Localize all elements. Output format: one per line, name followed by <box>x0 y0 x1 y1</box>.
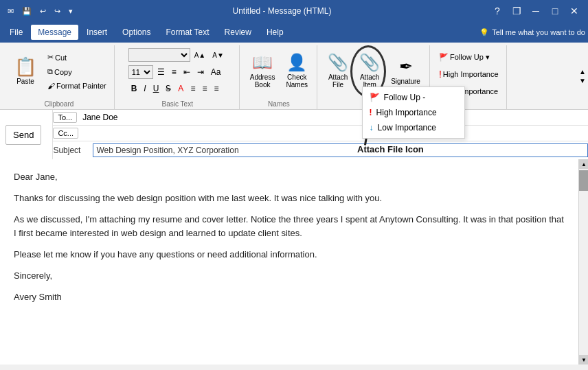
minimize-btn[interactable]: ─ <box>528 3 544 19</box>
follow-up-label: Follow Up ▾ <box>450 53 490 62</box>
scroll-up-btn[interactable]: ▲ <box>579 159 588 169</box>
to-input[interactable] <box>81 112 588 123</box>
send-button[interactable]: Send <box>5 125 41 145</box>
font-size-decrease[interactable]: A▼ <box>210 50 227 60</box>
dropdown-low-icon: ↓ <box>370 123 374 132</box>
indent-increase-btn[interactable]: ⇥ <box>194 66 207 78</box>
tags-group: 🚩 Follow Up ▾ ! High Importance ↓ Low Im… <box>431 45 507 109</box>
paste-button[interactable]: 📋 Paste <box>8 48 43 93</box>
basic-text-group: A▲ A▼ 11 ☰ ≡ ⇤ ⇥ Aa B I U S̶ A ≡ ≡ <box>116 45 240 109</box>
menu-format-text[interactable]: Format Text <box>159 25 216 40</box>
indent-decrease-btn[interactable]: ⇤ <box>181 66 193 78</box>
cut-button[interactable]: ✂ Cut <box>44 51 110 64</box>
menu-insert[interactable]: Insert <box>80 25 114 40</box>
dropdown-follow-up[interactable]: 🚩 Follow Up - <box>363 90 464 105</box>
ribbon-scroll: ▲ ▼ <box>577 43 588 109</box>
high-importance-label: High Importance <box>443 70 499 78</box>
tags-dropdown: 🚩 Follow Up - ! High Importance ↓ Low Im… <box>362 86 465 139</box>
help-btn[interactable]: ? <box>489 3 506 19</box>
font-size-select[interactable]: 11 <box>128 65 153 79</box>
address-book-button[interactable]: 📖 Address Book <box>245 48 280 93</box>
send-column: Send <box>0 110 53 159</box>
format-painter-icon: 🖌 <box>47 82 55 90</box>
follow-up-button[interactable]: 🚩 Follow Up ▾ <box>436 51 493 64</box>
window-title: Untitled - Message (HTML) <box>75 6 489 16</box>
check-names-button[interactable]: 👤 Check Names <box>281 48 313 93</box>
subject-input[interactable] <box>93 143 588 157</box>
dropdown-high-importance[interactable]: ! High Importance <box>363 105 464 120</box>
font-color-btn[interactable]: A <box>175 82 186 95</box>
message-body[interactable]: Dear Jane, Thanks for discussing the web… <box>0 159 578 365</box>
clipboard-small-btns: ✂ Cut ⧉ Copy 🖌 Format Painter <box>44 48 110 92</box>
body-line-1: Dear Jane, <box>14 170 565 185</box>
menu-review[interactable]: Review <box>218 25 258 40</box>
italic-button[interactable]: I <box>141 82 148 95</box>
flag-icon: 🚩 <box>439 53 449 62</box>
maximize-btn[interactable]: □ <box>547 3 563 19</box>
basic-text-label: Basic Text <box>120 98 235 109</box>
copy-button[interactable]: ⧉ Copy <box>44 65 110 78</box>
title-bar: ✉ 💾 ↩ ↪ ▾ Untitled - Message (HTML) ? ❐ … <box>0 0 588 22</box>
scroll-thumb[interactable] <box>579 170 588 191</box>
strikethrough-btn[interactable]: S̶ <box>163 82 174 95</box>
search-text[interactable]: Tell me what you want to do <box>492 28 585 36</box>
underline-button[interactable]: U <box>150 82 162 95</box>
attach-file-button[interactable]: 📎 Attach File <box>323 48 353 93</box>
styles-btn[interactable]: Aa <box>208 66 224 78</box>
restore-btn[interactable]: ❐ <box>508 3 525 19</box>
align-right-btn[interactable]: ≡ <box>211 82 221 95</box>
close-btn[interactable]: ✕ <box>566 3 583 19</box>
address-book-label: Address Book <box>250 73 275 89</box>
high-importance-button[interactable]: ! High Importance <box>436 67 502 82</box>
ribbon-scroll-down[interactable]: ▼ <box>579 77 586 84</box>
font-size-increase[interactable]: A▲ <box>192 50 209 60</box>
cc-button[interactable]: Cc... <box>53 128 78 139</box>
high-importance-icon: ! <box>439 69 442 80</box>
list-bullets-btn[interactable]: ☰ <box>155 66 168 78</box>
address-book-icon: 📖 <box>252 53 273 72</box>
clipboard-label: Clipboard <box>8 98 110 109</box>
qat-redo[interactable]: ↪ <box>52 5 63 17</box>
qat-undo[interactable]: ↩ <box>38 5 48 17</box>
menu-options[interactable]: Options <box>115 25 157 40</box>
attach-file-icon: 📎 <box>328 53 348 72</box>
format-painter-button[interactable]: 🖌 Format Painter <box>44 80 110 92</box>
body-line-3: As we discussed, I'm attaching my resume… <box>14 213 565 242</box>
check-names-label: Check Names <box>286 73 308 89</box>
ribbon-scroll-up[interactable]: ▲ <box>579 68 586 76</box>
menu-message[interactable]: Message <box>31 25 78 40</box>
to-button[interactable]: To... <box>53 112 77 123</box>
scrollbar: ▲ ▼ <box>578 159 588 365</box>
font-family-select[interactable] <box>128 48 190 62</box>
cc-input[interactable] <box>82 128 588 139</box>
body-scroll-area: Dear Jane, Thanks for discussing the web… <box>0 159 588 365</box>
header-section: Send To... Cc... Subject <box>0 110 588 159</box>
qat-dropdown[interactable]: ▾ <box>67 5 75 17</box>
body-line-4: Please let me know if you have any quest… <box>14 248 565 262</box>
subject-label: Subject <box>53 146 87 155</box>
fields-column: To... Cc... Subject <box>53 110 588 159</box>
align-center-btn[interactable]: ≡ <box>199 82 210 95</box>
scroll-track <box>579 192 588 355</box>
qat-save[interactable]: 💾 <box>20 5 34 17</box>
title-bar-left: ✉ 💾 ↩ ↪ ▾ <box>5 5 75 17</box>
attach-file-label: Attach File <box>328 73 348 89</box>
cut-icon: ✂ <box>47 53 54 62</box>
scroll-down-btn[interactable]: ▼ <box>579 355 588 365</box>
menu-file[interactable]: File <box>3 25 30 40</box>
font-row-2: 11 ☰ ≡ ⇤ ⇥ Aa <box>128 65 224 79</box>
menu-help[interactable]: Help <box>260 25 291 40</box>
check-names-icon: 👤 <box>286 53 307 72</box>
font-row-1: A▲ A▼ <box>128 48 227 62</box>
align-left-btn[interactable]: ≡ <box>188 82 198 95</box>
list-numbers-btn[interactable]: ≡ <box>169 66 179 78</box>
dropdown-high-icon: ! <box>370 108 372 117</box>
bold-button[interactable]: B <box>128 82 140 95</box>
menu-search-area: 💡 Tell me what you want to do <box>479 28 585 37</box>
names-content: 📖 Address Book 👤 Check Names <box>245 45 313 98</box>
body-line-2: Thanks for discussing the web design pos… <box>14 192 565 206</box>
title-bar-controls: ? ❐ ─ □ ✕ <box>489 3 583 19</box>
app-icon: ✉ <box>5 5 16 17</box>
dropdown-low-importance[interactable]: ↓ Low Importance <box>363 120 464 135</box>
search-icon: 💡 <box>479 28 489 37</box>
